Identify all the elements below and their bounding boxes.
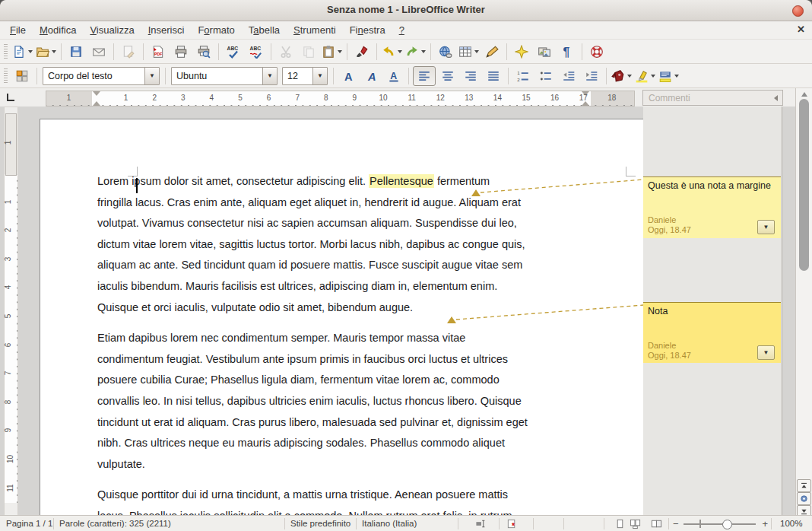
title-bar[interactable]: Senza nome 1 - LibreOffice Writer — [0, 0, 812, 21]
dropdown-arrow-icon[interactable] — [627, 75, 632, 78]
font-name-combo[interactable]: Ubuntu ▼ — [171, 67, 278, 85]
menu-file[interactable]: File — [3, 21, 33, 39]
combo-dropdown-icon[interactable]: ▼ — [262, 68, 277, 84]
dropdown-arrow-icon[interactable] — [421, 50, 426, 53]
margin-comment[interactable]: NotaDanieleOggi, 18.47▼ — [643, 302, 781, 363]
font-color-button[interactable] — [611, 67, 633, 85]
paragraph-style-combo[interactable]: Corpo del testo ▼ — [43, 67, 160, 85]
dropdown-arrow-icon[interactable] — [398, 50, 402, 53]
menu-help[interactable]: ? — [392, 21, 411, 39]
font-size-value[interactable]: 12 — [283, 71, 312, 81]
menu-strumenti[interactable]: Strumenti — [287, 21, 343, 39]
page-style-status[interactable]: Stile predefinito — [290, 519, 350, 528]
font-size-combo[interactable]: 12 ▼ — [282, 67, 328, 85]
print-button[interactable] — [170, 43, 192, 61]
toolbar-grip[interactable] — [4, 68, 8, 84]
word-count-status[interactable]: Parole (caratteri): 325 (2211) — [59, 519, 171, 528]
new-document-button[interactable] — [11, 43, 33, 61]
zoom-percent-status[interactable]: 100% — [780, 519, 802, 528]
align-left-button[interactable] — [413, 66, 436, 86]
align-center-button[interactable] — [437, 67, 458, 85]
document-text[interactable]: Lorem ipsum dolor sit amet, consectetur … — [97, 171, 599, 515]
dropdown-arrow-icon[interactable] — [28, 50, 33, 53]
menu-finestra[interactable]: Finestra — [343, 21, 392, 39]
close-document-icon[interactable]: ✕ — [797, 24, 805, 35]
zoom-out-icon[interactable]: − — [673, 518, 679, 529]
left-indent-marker[interactable] — [93, 91, 101, 106]
comments-ruler-button[interactable]: Commenti — [642, 90, 783, 106]
gallery-button[interactable] — [534, 43, 555, 61]
table-button[interactable] — [458, 43, 480, 61]
zoom-slider[interactable]: − + — [673, 516, 768, 531]
justify-button[interactable] — [483, 67, 504, 85]
scrollbar-thumb[interactable] — [799, 99, 809, 271]
zoom-in-icon[interactable]: + — [762, 518, 768, 529]
single-page-view-icon[interactable] — [614, 518, 626, 529]
menu-tabella[interactable]: Tabella — [242, 21, 287, 39]
tab-stop-selector[interactable] — [5, 91, 16, 103]
previous-page-button[interactable] — [797, 479, 811, 492]
align-right-button[interactable] — [460, 67, 481, 85]
document-modified-icon[interactable]: * — [506, 518, 518, 529]
scroll-up-icon[interactable] — [801, 92, 807, 97]
spelling-button[interactable]: ABC — [223, 43, 244, 61]
dropdown-arrow-icon[interactable] — [338, 50, 342, 53]
increase-indent-button[interactable] — [581, 67, 602, 85]
hyperlink-button[interactable] — [435, 43, 456, 61]
redo-button[interactable] — [404, 43, 427, 61]
combo-dropdown-icon[interactable]: ▼ — [312, 68, 327, 84]
comment-menu-button[interactable]: ▼ — [757, 220, 775, 234]
comment-menu-button[interactable]: ▼ — [757, 345, 775, 360]
dropdown-arrow-icon[interactable] — [52, 50, 56, 53]
styles-panel-button[interactable] — [11, 67, 33, 85]
multi-page-view-icon[interactable] — [630, 518, 641, 529]
auto-spellcheck-button[interactable]: ABC — [246, 43, 267, 61]
print-preview-button[interactable] — [193, 43, 214, 61]
highlighting-button[interactable] — [634, 67, 656, 85]
undo-button[interactable] — [381, 43, 403, 61]
decrease-indent-button[interactable] — [558, 67, 579, 85]
navigator-button[interactable] — [511, 43, 532, 61]
combo-dropdown-icon[interactable]: ▼ — [144, 68, 159, 84]
email-document-button[interactable] — [88, 43, 109, 61]
toolbar-grip[interactable] — [4, 44, 8, 59]
navigation-button[interactable] — [797, 492, 811, 505]
open-button[interactable] — [35, 43, 57, 61]
comment-text[interactable]: Questa è una nota a margine — [648, 180, 776, 191]
document-page[interactable]: Lorem ipsum dolor sit amet, consectetur … — [40, 119, 644, 515]
save-button[interactable] — [65, 43, 87, 61]
clone-formatting-button[interactable] — [351, 43, 373, 61]
draw-functions-button[interactable] — [481, 43, 503, 61]
close-window-icon[interactable] — [792, 5, 804, 17]
bullet-list-button[interactable] — [535, 67, 557, 85]
help-button[interactable] — [586, 43, 607, 61]
bold-button[interactable]: A — [338, 67, 359, 85]
book-view-icon[interactable] — [651, 518, 662, 529]
language-status[interactable]: Italiano (Italia) — [362, 519, 417, 528]
vertical-scrollbar[interactable] — [795, 88, 812, 515]
menu-inserisci[interactable]: Inserisci — [141, 21, 192, 39]
horizontal-ruler[interactable]: 1123456789101112131415161718 — [46, 91, 635, 107]
zoom-track[interactable] — [684, 523, 756, 525]
italic-button[interactable]: A — [360, 67, 382, 85]
vertical-ruler[interactable]: 11234567891011 — [4, 107, 18, 515]
menu-modifica[interactable]: Modifica — [33, 21, 83, 39]
paragraph-style-value[interactable]: Corpo del testo — [43, 71, 144, 81]
paragraph-background-button[interactable] — [658, 67, 680, 85]
margin-comment[interactable]: Questa è una nota a margineDanieleOggi, … — [643, 176, 781, 238]
dropdown-arrow-icon[interactable] — [651, 75, 655, 78]
menu-formato[interactable]: Formato — [191, 21, 241, 39]
page-count-status[interactable]: Pagina 1 / 1 — [6, 519, 52, 528]
numbered-list-button[interactable]: 12 — [512, 67, 534, 85]
export-pdf-button[interactable]: PDF — [147, 43, 169, 61]
paste-button[interactable] — [321, 43, 343, 61]
zoom-handle[interactable] — [722, 520, 732, 529]
collapse-comments-icon[interactable] — [774, 95, 778, 101]
font-name-value[interactable]: Ubuntu — [172, 71, 262, 81]
insert-mode-icon[interactable] — [475, 518, 487, 529]
menu-visualizza[interactable]: Visualizza — [83, 21, 141, 39]
dropdown-arrow-icon[interactable] — [474, 50, 479, 53]
underline-button[interactable]: A — [383, 67, 404, 85]
dropdown-arrow-icon[interactable] — [674, 75, 679, 78]
formatting-marks-button[interactable]: ¶ — [557, 43, 578, 61]
